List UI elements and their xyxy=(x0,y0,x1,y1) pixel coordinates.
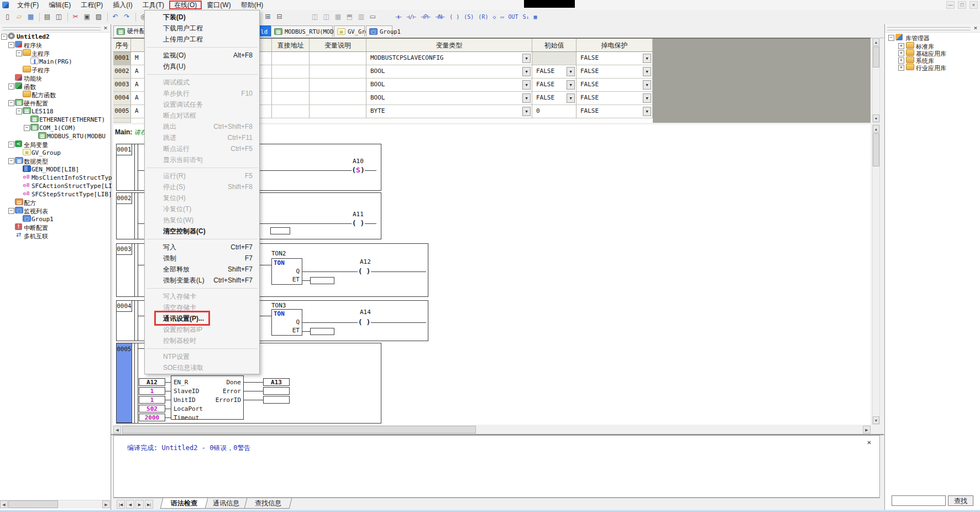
contact-nc-icon[interactable]: ⊣/⊢ xyxy=(405,12,418,22)
maximize-button[interactable]: □ xyxy=(958,1,966,9)
type-cell[interactable]: BOOL▼ xyxy=(366,92,532,105)
menu-edit[interactable]: 编辑(E) xyxy=(44,1,76,9)
tree-item-main-prg[interactable]: ‖Main(PRG) xyxy=(0,57,111,65)
dropdown-icon[interactable]: ▼ xyxy=(643,80,651,90)
dropdown-icon[interactable]: ▼ xyxy=(522,67,531,76)
coil-set-icon[interactable]: (S) xyxy=(462,12,475,22)
row-no-cell[interactable]: 0005 xyxy=(113,105,131,118)
network-number[interactable]: 0001 xyxy=(117,144,132,155)
retain-cell[interactable]: FALSE▼ xyxy=(577,79,653,92)
menu-item-simulate[interactable]: 仿真(U) xyxy=(145,61,259,72)
tree-item-le5118[interactable]: −▦LE5118 xyxy=(0,107,111,115)
tree-item-main-program[interactable]: −主程序 xyxy=(0,49,111,57)
menu-help[interactable]: 帮助(H) xyxy=(236,1,269,9)
dropdown-icon[interactable]: ▼ xyxy=(522,107,531,116)
scroll-up-icon[interactable]: ▲ xyxy=(873,38,879,46)
tree-item-untitled2[interactable]: −Untitled2 xyxy=(0,32,111,40)
dropdown-icon[interactable]: ▼ xyxy=(522,54,531,63)
ladder-hscrollbar[interactable]: ◀ ▶ xyxy=(113,426,871,435)
tab-prev-icon[interactable]: ◀ xyxy=(126,500,134,509)
menu-project[interactable]: 工程(P) xyxy=(76,1,108,9)
tree-item-recipe[interactable]: ▤配方 xyxy=(0,198,111,206)
print-icon[interactable]: ▤ xyxy=(42,12,53,22)
tree-item-group1[interactable]: ▢Group1 xyxy=(0,215,111,223)
menu-item-force-variable-table[interactable]: 强制变量表(L)Ctrl+Shift+F7 xyxy=(145,275,259,286)
network-number[interactable]: 0004 xyxy=(117,301,132,312)
description-cell[interactable] xyxy=(310,92,366,105)
tree-item-modbus-rtu[interactable]: ▦MODBUS_RTU(MODBU xyxy=(0,132,111,140)
menu-item-clear-controller[interactable]: 清空控制器(C) xyxy=(145,226,259,237)
tree-item-sub-program[interactable]: 子程序 xyxy=(0,65,111,74)
tab-find-info[interactable]: 查找信息 xyxy=(244,498,292,509)
address-cell[interactable] xyxy=(272,52,310,65)
dropdown-icon[interactable]: ▼ xyxy=(643,54,651,63)
collapse-icon[interactable]: − xyxy=(16,108,22,114)
dropdown-icon[interactable]: ▼ xyxy=(643,107,651,116)
menu-item-release-all[interactable]: 全部释放Shift+F7 xyxy=(145,264,259,275)
tree-item-sfcstep-struct[interactable]: o8SFCStepStructType[LIB] xyxy=(0,190,111,198)
type-cell[interactable]: BYTE▼ xyxy=(366,105,532,118)
address-cell[interactable] xyxy=(272,65,310,79)
row-no-cell[interactable] xyxy=(113,118,131,123)
description-cell[interactable] xyxy=(310,65,366,79)
type-cell[interactable]: MODBUSTCPSLAVECONFIG▼ xyxy=(366,52,532,65)
grid-icon[interactable]: ▦ xyxy=(532,12,539,22)
contact-no-icon[interactable]: ⊣⊢ xyxy=(394,12,403,22)
cut-icon[interactable]: ✂ xyxy=(70,12,81,22)
dropdown-icon[interactable]: ▼ xyxy=(522,93,531,103)
tree-item-com1[interactable]: −▦COM_1(COM) xyxy=(0,123,111,132)
menu-item-download-user-project[interactable]: 下载用户工程 xyxy=(145,23,259,34)
save-icon[interactable]: ▦ xyxy=(25,12,36,22)
undo-icon[interactable]: ↶ xyxy=(110,12,120,22)
tab-group1[interactable]: ▢Group1 xyxy=(366,25,392,36)
project-panel-close-icon[interactable]: ✕ xyxy=(102,25,109,32)
tab-first-icon[interactable]: |◀ xyxy=(117,500,125,509)
modbus-function-block[interactable]: EN_R SlaveID UnitID LocaPort Timeout Don… xyxy=(171,375,244,420)
dropdown-icon[interactable]: ▼ xyxy=(522,80,531,90)
open-icon[interactable]: ▱ xyxy=(14,12,24,22)
find-button[interactable]: 查找 xyxy=(948,495,973,506)
project-tree-hscrollbar[interactable]: ◀ ▶ xyxy=(0,500,110,509)
tree-item-function-blocks[interactable]: 功能块 xyxy=(0,74,111,82)
panel-grip[interactable] xyxy=(2,27,101,30)
menu-online[interactable]: 在线(O) xyxy=(169,1,202,9)
ladder-vscrollbar[interactable]: ▲ ▼ xyxy=(872,124,880,425)
address-cell[interactable] xyxy=(272,79,310,92)
block-icon[interactable]: ▭ xyxy=(499,12,505,22)
menu-window[interactable]: 窗口(W) xyxy=(202,1,235,9)
collapse-icon[interactable]: − xyxy=(8,83,14,90)
tree-item-functions[interactable]: −函数 xyxy=(0,82,111,90)
window-max-icon[interactable]: ▥ xyxy=(356,12,366,22)
menu-item-monitor[interactable]: 监视(O)Alt+F8 xyxy=(145,50,259,61)
coil[interactable]: ( ) xyxy=(352,219,365,228)
tree-item-interrupt-config[interactable]: !中断配置 xyxy=(0,223,111,231)
row-no-cell[interactable]: 0002 xyxy=(113,65,131,79)
address-cell[interactable] xyxy=(272,92,310,105)
coil[interactable]: ( ) xyxy=(358,267,371,276)
initial-value-cell[interactable]: FALSE▼ xyxy=(532,79,577,92)
library-panel-close-icon[interactable]: ✕ xyxy=(972,25,979,32)
input-value-box[interactable]: 1 xyxy=(139,387,165,395)
expand-icon[interactable]: + xyxy=(898,65,904,71)
minimize-button[interactable]: — xyxy=(946,1,955,9)
output-value-box[interactable] xyxy=(263,396,290,404)
tree-item-program-blocks[interactable]: −程序块 xyxy=(0,40,111,49)
menu-file[interactable]: 文件(F) xyxy=(12,1,44,9)
et-output-box[interactable] xyxy=(310,328,334,335)
initial-value-cell[interactable]: FALSE▼ xyxy=(532,92,577,105)
dropdown-icon[interactable]: ▼ xyxy=(643,93,651,103)
tree-item-global-variables[interactable]: −<全局变量 xyxy=(0,140,111,148)
collapse-icon[interactable]: − xyxy=(888,35,894,41)
tab-last-icon[interactable]: ▶| xyxy=(145,500,153,509)
tab-next-icon[interactable]: ▶ xyxy=(135,500,144,509)
tab-gv-group[interactable]: ≡GV_Group xyxy=(334,25,365,36)
menu-item-upload-user-project[interactable]: 上传用户工程 xyxy=(145,34,259,45)
input-value-box[interactable]: 2000 xyxy=(139,414,165,421)
network-number[interactable]: 0002 xyxy=(117,193,132,204)
scroll-left-icon[interactable]: ◀ xyxy=(113,426,121,433)
type-cell[interactable]: BOOL▼ xyxy=(366,65,532,79)
retain-cell[interactable]: FALSE▼ xyxy=(577,92,653,105)
scroll-down-icon[interactable]: ▼ xyxy=(873,416,879,424)
dropdown-icon[interactable]: ▼ xyxy=(643,67,651,76)
scroll-down-icon[interactable]: ▼ xyxy=(873,114,879,122)
